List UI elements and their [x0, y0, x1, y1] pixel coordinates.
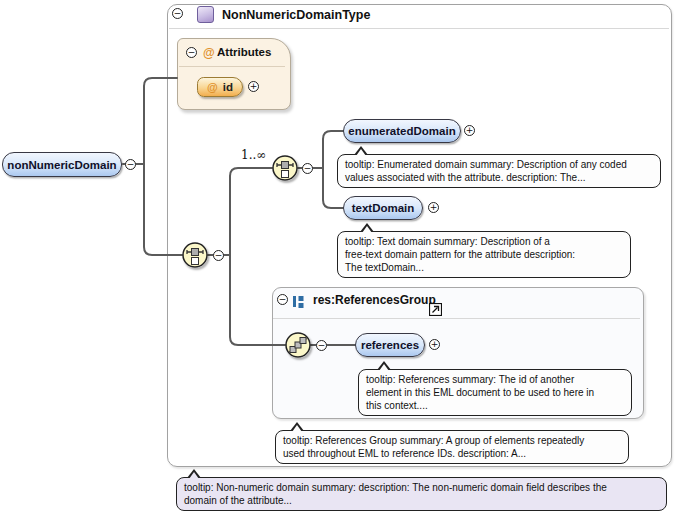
inner-choice-collapse-toggle[interactable]: − [302, 163, 313, 174]
collapse-glyph: − [174, 9, 182, 18]
attribute-at-icon: @ [203, 46, 215, 60]
occurrence-label: 1..∞ [241, 148, 266, 162]
expand-glyph: + [466, 126, 474, 135]
collapse-glyph: − [127, 160, 135, 169]
element-label: enumeratedDomain [348, 125, 455, 137]
expand-glyph: + [431, 340, 439, 349]
element-textDomain[interactable]: textDomain [343, 196, 423, 220]
collapse-glyph: − [279, 295, 287, 304]
element-label: textDomain [352, 202, 415, 214]
textDomain-tooltip: tooltip: Text domain summary: Descriptio… [337, 231, 631, 278]
enumeratedDomain-expand-toggle[interactable]: + [464, 125, 475, 136]
complex-type-title: NonNumericDomainType [222, 8, 370, 22]
attribute-id-expand-toggle[interactable]: + [248, 81, 259, 92]
group-icon [293, 294, 306, 309]
enumeratedDomain-tooltip: tooltip: Enumerated domain summary: Desc… [337, 154, 661, 188]
attribute-id[interactable]: @ id [197, 77, 243, 97]
divider [273, 318, 640, 319]
attribute-at-icon: @ [207, 81, 218, 93]
collapse-glyph: − [304, 164, 312, 173]
references-group-title: res:ReferencesGroup [313, 293, 436, 307]
complex-type-icon [197, 6, 214, 23]
collapse-glyph: − [215, 251, 223, 260]
expand-glyph: + [430, 203, 438, 212]
references-expand-toggle[interactable]: + [429, 339, 440, 350]
textDomain-expand-toggle[interactable]: + [428, 202, 439, 213]
complex-type-collapse-toggle[interactable]: − [172, 8, 183, 19]
element-references[interactable]: references [355, 333, 425, 357]
choice-compositor-icon[interactable] [272, 155, 298, 181]
divider [169, 28, 669, 29]
references-group-tooltip: tooltip: References Group summary: A gro… [275, 430, 629, 464]
non-numeric-domain-tooltip: tooltip: Non-numeric domain summary: des… [176, 477, 667, 511]
root-collapse-toggle[interactable]: − [125, 159, 136, 170]
goto-definition-link-icon[interactable] [429, 302, 442, 315]
expand-glyph: + [250, 82, 258, 91]
references-tooltip: tooltip: References summary: The id of a… [358, 369, 632, 416]
element-label: nonNumericDomain [7, 159, 116, 171]
choice-collapse-toggle[interactable]: − [213, 250, 224, 261]
references-group-collapse-toggle[interactable]: − [277, 294, 288, 305]
element-label: references [361, 339, 419, 351]
all-collapse-toggle[interactable]: − [316, 340, 327, 351]
attributes-title: Attributes [217, 46, 271, 58]
element-enumeratedDomain[interactable]: enumeratedDomain [343, 119, 461, 143]
choice-compositor-icon[interactable] [182, 242, 208, 268]
attribute-id-label: id [223, 81, 233, 93]
collapse-glyph: − [188, 48, 196, 57]
element-nonNumericDomain[interactable]: nonNumericDomain [2, 152, 122, 177]
divider [179, 66, 285, 67]
collapse-glyph: − [318, 341, 326, 350]
all-compositor-icon[interactable] [285, 332, 311, 358]
schema-diagram: − NonNumericDomainType − @ Attributes @ … [0, 0, 678, 516]
attributes-collapse-toggle[interactable]: − [186, 47, 197, 58]
